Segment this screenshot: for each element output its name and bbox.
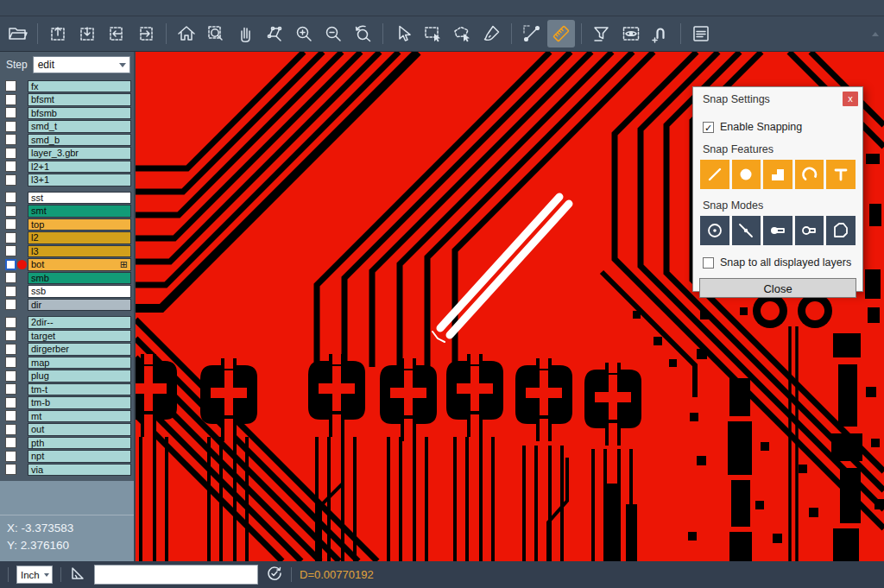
layer-checkbox[interactable] bbox=[5, 94, 16, 105]
layer-label[interactable]: tm-t bbox=[28, 383, 131, 396]
layer-label[interactable]: 2dir-- bbox=[28, 316, 131, 329]
layer-label[interactable]: npt bbox=[28, 450, 131, 463]
layer-label[interactable]: dir bbox=[28, 299, 131, 312]
layer-row[interactable]: mt bbox=[0, 409, 134, 423]
layer-checkbox[interactable] bbox=[5, 344, 16, 355]
select-polygon-button[interactable] bbox=[448, 20, 476, 47]
layer-row[interactable]: out bbox=[0, 423, 134, 437]
pan-button[interactable] bbox=[231, 20, 259, 47]
layer-row[interactable]: map bbox=[0, 356, 134, 370]
layer-row[interactable]: bfsmb bbox=[0, 106, 134, 120]
layer-checkbox[interactable] bbox=[5, 330, 16, 341]
snap-end-filled-button[interactable] bbox=[763, 216, 792, 245]
layer-row[interactable]: sst bbox=[0, 191, 134, 205]
layer-row[interactable]: l2 bbox=[0, 231, 134, 245]
command-input[interactable] bbox=[94, 565, 258, 585]
layer-label[interactable]: l2+1 bbox=[28, 161, 131, 174]
layer-label[interactable]: l3 bbox=[28, 245, 131, 258]
layer-row[interactable]: plug bbox=[0, 370, 134, 383]
dialog-close-button[interactable]: x bbox=[843, 92, 858, 106]
snap-all-layers-row[interactable]: Snap to all displayed layers bbox=[703, 256, 862, 269]
layer-checkbox[interactable] bbox=[5, 134, 16, 145]
layer-row[interactable]: via bbox=[0, 463, 134, 477]
measure-line-button[interactable] bbox=[518, 20, 546, 47]
zoom-previous-button[interactable] bbox=[349, 20, 376, 47]
layer-row[interactable]: top bbox=[0, 218, 134, 231]
snap-line-button[interactable] bbox=[700, 160, 729, 189]
snap-text-button[interactable] bbox=[826, 160, 856, 189]
layer-label[interactable]: bot⊞ bbox=[28, 258, 131, 271]
dialog-title-bar[interactable]: Snap Settings x bbox=[693, 87, 862, 111]
layer-label[interactable]: smb bbox=[28, 272, 131, 285]
layer-checkbox[interactable] bbox=[5, 286, 16, 297]
layer-label[interactable]: top bbox=[28, 218, 131, 231]
zoom-out-button[interactable] bbox=[319, 20, 347, 47]
snap-all-layers-checkbox[interactable] bbox=[703, 257, 714, 269]
layer-row[interactable]: l2+1 bbox=[0, 160, 134, 174]
layer-row[interactable]: smb bbox=[0, 271, 134, 285]
layer-row[interactable]: tm-b bbox=[0, 396, 134, 410]
filter-button[interactable] bbox=[588, 20, 616, 47]
layer-label[interactable]: tm-b bbox=[28, 396, 131, 409]
layer-checkbox[interactable] bbox=[5, 218, 16, 230]
sync-button[interactable] bbox=[266, 565, 283, 585]
view-region-button[interactable] bbox=[617, 20, 645, 47]
layer-checkbox[interactable] bbox=[5, 121, 16, 132]
layer-row[interactable]: bot⊞ bbox=[0, 258, 134, 272]
layer-row[interactable]: l3+1 bbox=[0, 174, 134, 187]
layer-label[interactable]: mt bbox=[28, 410, 131, 423]
layer-checkbox[interactable] bbox=[5, 272, 16, 283]
layer-row[interactable]: pth bbox=[0, 436, 134, 450]
snap-pad-button[interactable] bbox=[732, 160, 761, 189]
layer-label[interactable]: via bbox=[28, 464, 131, 477]
layer-label[interactable]: target bbox=[28, 330, 131, 343]
pcb-canvas[interactable]: Snap Settings x ✓ Enable Snapping Snap F… bbox=[136, 52, 884, 561]
home-view-button[interactable] bbox=[173, 20, 200, 47]
layer-checkbox[interactable] bbox=[5, 259, 16, 270]
layer-checkbox[interactable] bbox=[5, 357, 16, 368]
select-button[interactable] bbox=[389, 20, 417, 47]
layer-label[interactable]: dirgerber bbox=[28, 343, 131, 356]
layer-checkbox[interactable] bbox=[5, 451, 16, 462]
layer-row[interactable]: bfsmt bbox=[0, 93, 134, 107]
layer-checkbox[interactable] bbox=[5, 424, 16, 435]
layer-checkbox[interactable] bbox=[5, 383, 16, 395]
measure-ruler-button[interactable] bbox=[547, 20, 575, 47]
layer-checkbox[interactable] bbox=[5, 192, 16, 203]
layer-label[interactable]: fx bbox=[28, 80, 131, 93]
snap-surface-button[interactable] bbox=[763, 160, 792, 189]
zoom-in-button[interactable] bbox=[290, 20, 318, 47]
import-down-button[interactable] bbox=[73, 20, 101, 47]
layer-label[interactable]: bfsmb bbox=[28, 107, 131, 120]
layer-checkbox[interactable] bbox=[5, 410, 16, 421]
layer-row[interactable]: smt bbox=[0, 205, 134, 218]
layer-label[interactable]: sst bbox=[28, 192, 131, 205]
enable-snapping-row[interactable]: ✓ Enable Snapping bbox=[703, 121, 862, 133]
layer-label[interactable]: smt bbox=[28, 205, 131, 218]
report-button[interactable] bbox=[687, 20, 715, 47]
layer-row[interactable]: smd_t bbox=[0, 120, 134, 134]
clean-brush-button[interactable] bbox=[477, 20, 505, 47]
layer-label[interactable]: pth bbox=[28, 437, 131, 450]
layer-row[interactable]: 2dir-- bbox=[0, 316, 134, 330]
layer-row[interactable]: smd_b bbox=[0, 133, 134, 147]
import-left-button[interactable] bbox=[103, 20, 130, 47]
layer-label[interactable]: smd_t bbox=[28, 120, 131, 133]
layer-label[interactable]: bfsmt bbox=[28, 93, 131, 106]
layer-checkbox[interactable] bbox=[5, 161, 16, 172]
toolbar-overflow-icon[interactable] bbox=[872, 32, 879, 36]
snap-midpoint-button[interactable] bbox=[732, 216, 761, 245]
layer-checkbox[interactable] bbox=[5, 205, 16, 217]
layer-checkbox[interactable] bbox=[5, 107, 16, 118]
layer-label[interactable]: l3+1 bbox=[28, 174, 131, 187]
import-right-button[interactable] bbox=[132, 20, 160, 47]
layer-checkbox[interactable] bbox=[5, 245, 16, 256]
snap-settings-button[interactable] bbox=[647, 20, 674, 47]
close-button[interactable]: Close bbox=[699, 278, 856, 298]
select-rectangle-button[interactable] bbox=[419, 20, 446, 47]
snap-vertex-button[interactable] bbox=[826, 216, 856, 245]
enable-snapping-checkbox[interactable]: ✓ bbox=[703, 122, 714, 133]
layer-row[interactable]: tm-t bbox=[0, 383, 134, 396]
layer-label[interactable]: plug bbox=[28, 370, 131, 383]
snap-arc-button[interactable] bbox=[795, 160, 824, 189]
